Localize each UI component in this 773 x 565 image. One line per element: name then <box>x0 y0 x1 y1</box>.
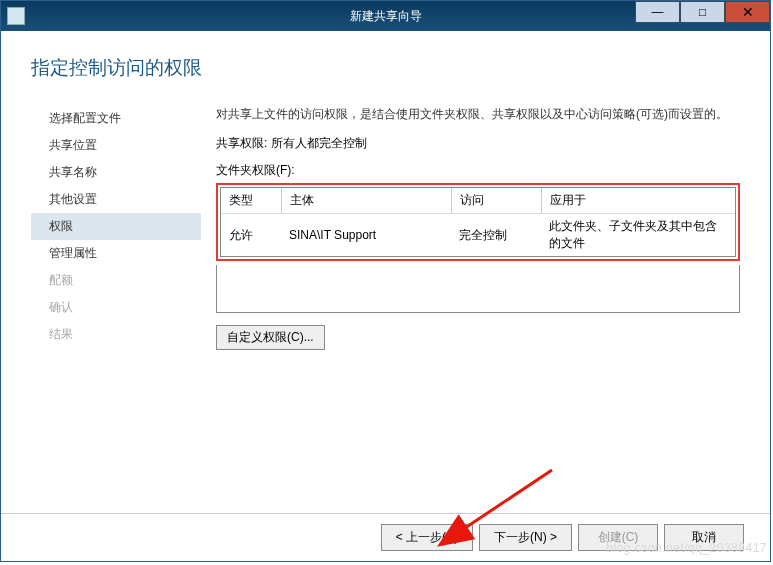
maximize-button[interactable]: □ <box>680 1 725 23</box>
sidebar-item-profile[interactable]: 选择配置文件 <box>49 105 201 132</box>
main-panel: 对共享上文件的访问权限，是结合使用文件夹权限、共享权限以及中心访问策略(可选)而… <box>201 105 770 350</box>
wizard-window: 新建共享向导 — □ ✕ 指定控制访问的权限 选择配置文件 共享位置 共享名称 … <box>0 0 771 562</box>
table-header-row: 类型 主体 访问 应用于 <box>221 188 735 214</box>
window-title: 新建共享向导 <box>350 8 422 25</box>
table-empty-area <box>216 265 740 313</box>
page-title: 指定控制访问的权限 <box>1 31 770 81</box>
cancel-button[interactable]: 取消 <box>664 524 744 551</box>
sidebar-item-name[interactable]: 共享名称 <box>49 159 201 186</box>
minimize-button[interactable]: — <box>635 1 680 23</box>
app-icon <box>7 7 25 25</box>
close-button[interactable]: ✕ <box>725 1 770 23</box>
sidebar-item-confirm: 确认 <box>49 294 201 321</box>
sidebar-item-quota: 配额 <box>49 267 201 294</box>
sidebar-item-results: 结果 <box>49 321 201 348</box>
titlebar: 新建共享向导 — □ ✕ <box>1 1 770 31</box>
sidebar-item-permissions[interactable]: 权限 <box>31 213 201 240</box>
next-button[interactable]: 下一步(N) > <box>479 524 572 551</box>
cell-applies: 此文件夹、子文件夹及其中包含的文件 <box>541 214 735 257</box>
cell-type: 允许 <box>221 214 281 257</box>
window-controls: — □ ✕ <box>635 1 770 23</box>
sidebar-item-management[interactable]: 管理属性 <box>49 240 201 267</box>
share-perm-value: 所有人都完全控制 <box>271 136 367 150</box>
body-area: 选择配置文件 共享位置 共享名称 其他设置 权限 管理属性 配额 确认 结果 对… <box>1 81 770 350</box>
table-row[interactable]: 允许 SINA\IT Support 完全控制 此文件夹、子文件夹及其中包含的文… <box>221 214 735 257</box>
sidebar-item-other[interactable]: 其他设置 <box>49 186 201 213</box>
customize-permissions-button[interactable]: 自定义权限(C)... <box>216 325 325 350</box>
create-button: 创建(C) <box>578 524 658 551</box>
sidebar-item-location[interactable]: 共享位置 <box>49 132 201 159</box>
folder-perm-label: 文件夹权限(F): <box>216 162 740 179</box>
content-area: 指定控制访问的权限 选择配置文件 共享位置 共享名称 其他设置 权限 管理属性 … <box>1 31 770 513</box>
col-access[interactable]: 访问 <box>451 188 541 214</box>
col-type[interactable]: 类型 <box>221 188 281 214</box>
share-permission-line: 共享权限: 所有人都完全控制 <box>216 135 740 152</box>
cell-principal: SINA\IT Support <box>281 214 451 257</box>
col-principal[interactable]: 主体 <box>281 188 451 214</box>
wizard-sidebar: 选择配置文件 共享位置 共享名称 其他设置 权限 管理属性 配额 确认 结果 <box>1 105 201 350</box>
share-perm-label: 共享权限: <box>216 136 267 150</box>
description-text: 对共享上文件的访问权限，是结合使用文件夹权限、共享权限以及中心访问策略(可选)而… <box>216 105 740 123</box>
footer: < 上一步(P) 下一步(N) > 创建(C) 取消 <box>1 513 770 561</box>
previous-button[interactable]: < 上一步(P) <box>381 524 473 551</box>
col-applies[interactable]: 应用于 <box>541 188 735 214</box>
highlight-annotation: 类型 主体 访问 应用于 允许 SINA\IT Support <box>216 183 740 261</box>
permissions-table[interactable]: 类型 主体 访问 应用于 允许 SINA\IT Support <box>220 187 736 257</box>
cell-access: 完全控制 <box>451 214 541 257</box>
